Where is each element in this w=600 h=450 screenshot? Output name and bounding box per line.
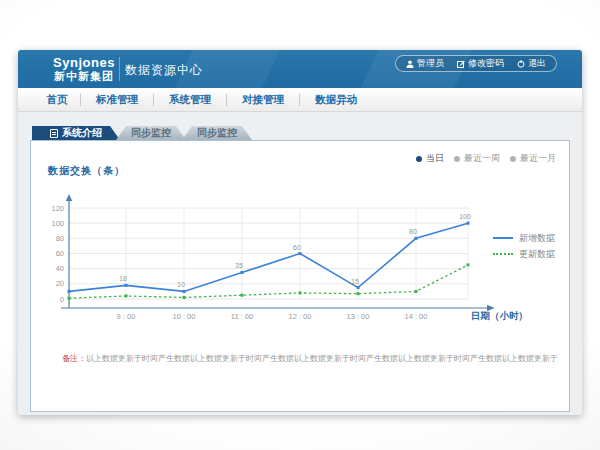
svg-text:10 : 00: 10 : 00: [173, 312, 196, 321]
tab-label: 同步监控: [197, 126, 237, 140]
svg-text:60: 60: [293, 244, 301, 251]
legend-label: 更新数据: [519, 248, 555, 261]
svg-text:20: 20: [56, 279, 64, 288]
svg-text:12 : 00: 12 : 00: [289, 312, 312, 321]
svg-text:11 : 00: 11 : 00: [231, 312, 253, 321]
radio-label: 当日: [426, 152, 444, 165]
radio-dot: [454, 156, 460, 162]
footnote: 备注：以上数据更新于时间产生数据以上数据更新于时间产生数据以上数据更新于时间产生…: [62, 353, 567, 364]
app-window: Synjones 新中新集团 数据资源中心 管理员 修改密码 退出 首页 标准管…: [18, 50, 582, 415]
legend-line-solid: [493, 237, 513, 239]
radio-dot: [510, 156, 516, 162]
tab-system-intro[interactable]: 系统介绍: [32, 126, 120, 140]
power-icon: [517, 60, 525, 68]
tab-sync-monitor-1[interactable]: 同步监控: [116, 126, 186, 140]
radio-dot: [416, 156, 422, 162]
footnote-text: 以上数据更新于时间产生数据以上数据更新于时间产生数据以上数据更新于时间产生数据以…: [86, 354, 558, 363]
footnote-prefix: 备注：: [62, 354, 86, 363]
brand-logo: Synjones 新中新集团: [51, 55, 117, 83]
user-name: 管理员: [417, 57, 444, 70]
radio-label: 最近一周: [464, 152, 500, 165]
page-title: 数据资源中心: [125, 62, 203, 79]
radio-today[interactable]: 当日: [416, 152, 444, 165]
main-nav: 首页 标准管理 系统管理 对接管理 数据异动: [18, 88, 582, 112]
svg-text:日期（小时）: 日期（小时）: [471, 310, 528, 322]
legend-item-new: 新增数据: [493, 230, 555, 246]
nav-item-home[interactable]: 首页: [34, 93, 80, 107]
svg-text:18: 18: [119, 275, 127, 282]
chart-legend: 新增数据 更新数据: [493, 230, 555, 262]
user-icon: [406, 60, 414, 68]
user-toolbar: 管理员 修改密码 退出: [395, 55, 557, 72]
nav-item-interface[interactable]: 对接管理: [227, 93, 299, 107]
chart-y-axis-title: 数据交换（条）: [48, 164, 125, 178]
tab-sync-monitor-2[interactable]: 同步监控: [182, 126, 252, 140]
svg-text:10: 10: [177, 281, 185, 288]
svg-text:0: 0: [60, 295, 64, 304]
svg-text:60: 60: [56, 249, 64, 258]
svg-text:40: 40: [56, 264, 64, 273]
svg-text:35: 35: [235, 262, 243, 269]
svg-text:80: 80: [409, 228, 417, 235]
svg-text:100: 100: [51, 219, 64, 228]
svg-text:100: 100: [459, 213, 471, 220]
tab-label: 同步监控: [131, 126, 171, 140]
content-panel: 当日 最近一周 最近一月 数据交换（条） 0204060801001209 : …: [30, 140, 570, 412]
radio-last-week[interactable]: 最近一周: [454, 152, 500, 165]
tab-label: 系统介绍: [62, 126, 102, 140]
svg-text:13 : 00: 13 : 00: [347, 312, 370, 321]
svg-text:120: 120: [51, 204, 64, 213]
app-header: Synjones 新中新集团 数据资源中心 管理员 修改密码 退出: [18, 50, 582, 88]
tab-bar: 系统介绍 同步监控 同步监控: [32, 126, 252, 140]
logo-text-cn: 新中新集团: [51, 70, 117, 83]
svg-text:15: 15: [351, 278, 359, 285]
nav-item-data-change[interactable]: 数据异动: [300, 93, 372, 107]
user-menu[interactable]: 管理员: [406, 57, 444, 70]
legend-line-dotted: [493, 253, 513, 255]
document-icon: [50, 129, 58, 138]
header-divider: [119, 57, 120, 81]
nav-item-standards[interactable]: 标准管理: [81, 93, 153, 107]
logout-label: 退出: [528, 57, 546, 70]
line-chart: 0204060801001209 : 0010 : 0011 : 0012 : …: [31, 186, 571, 331]
range-filter: 当日 最近一周 最近一月: [416, 152, 556, 165]
change-password-label: 修改密码: [468, 57, 504, 70]
svg-text:14 : 00: 14 : 00: [405, 312, 428, 321]
nav-item-system[interactable]: 系统管理: [154, 93, 226, 107]
radio-last-month[interactable]: 最近一月: [510, 152, 556, 165]
logo-text-en: Synjones: [51, 55, 117, 70]
svg-text:9 : 00: 9 : 00: [117, 312, 136, 321]
svg-text:80: 80: [56, 234, 64, 243]
edit-icon: [457, 60, 465, 68]
radio-label: 最近一月: [520, 152, 556, 165]
legend-label: 新增数据: [519, 232, 555, 245]
logout-button[interactable]: 退出: [517, 57, 546, 70]
change-password-button[interactable]: 修改密码: [457, 57, 504, 70]
legend-item-update: 更新数据: [493, 246, 555, 262]
